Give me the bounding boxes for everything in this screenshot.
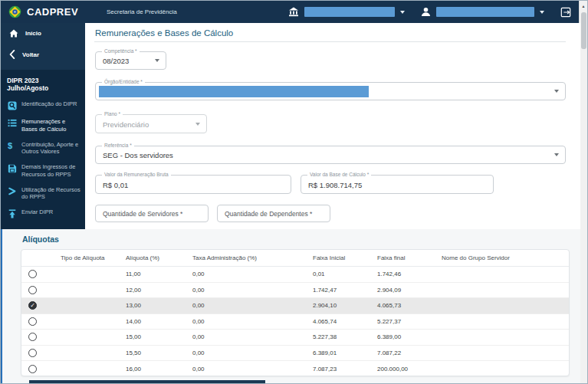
- home-icon: [9, 29, 18, 38]
- faixa-inicial-cell: 0,01: [308, 271, 373, 277]
- sidebar-item-label: Identificação do DIPR: [21, 100, 77, 108]
- sidebar: Início Voltar DIPR 2023 Julho/Agosto Ide…: [1, 23, 85, 229]
- sidebar-item-label: Enviar DIPR: [21, 208, 53, 216]
- quantidade-servidores-label: Quantidade de Servidores *: [103, 210, 182, 218]
- title-divider: [94, 41, 566, 42]
- sidebar-item-label: Remunerações e Bases de Cálculo: [21, 118, 82, 133]
- faixa-final-cell: 1.742,46: [373, 271, 437, 277]
- taxa-administracao-cell: 0,00: [188, 271, 308, 277]
- column-header: Alíquota (%): [121, 254, 188, 261]
- aliquota-row[interactable]: 16,00 0,00 7.087,23 200.000,00: [21, 361, 569, 376]
- faixa-inicial-cell: 6.389,01: [308, 350, 373, 356]
- aliquota-radio[interactable]: [28, 365, 37, 373]
- plano-label: Plano *: [102, 111, 123, 117]
- taxa-administracao-cell: 0,00: [188, 333, 308, 340]
- radio-cell: [21, 317, 56, 326]
- valor-base-calculo-label: Valor da Base de Cálculo *: [307, 172, 371, 177]
- radio-cell: [21, 349, 56, 357]
- sidebar-item-demais-ingressos[interactable]: Demais Ingressos de Recursos do RPPS: [1, 159, 85, 182]
- faixa-final-cell: 200.000,00: [373, 366, 437, 373]
- chevron-down-icon[interactable]: [540, 11, 544, 14]
- referencia-label: Referência *: [102, 143, 134, 148]
- referencia-value: SEG - Dos servidores: [103, 151, 173, 159]
- user-select[interactable]: [436, 7, 534, 17]
- sidebar-item-label: Voltar: [22, 51, 39, 58]
- page-title: Remunerações e Bases de Cálculo: [95, 28, 233, 38]
- brand-home-link[interactable]: CADPREV: [1, 5, 99, 18]
- valor-base-calculo-input[interactable]: Valor da Base de Cálculo * R$ 1.908.714,…: [301, 175, 494, 194]
- aliquota-cell: 14,00: [121, 318, 188, 325]
- aliquota-radio[interactable]: [28, 301, 37, 310]
- sidebar-item-enviar-dipr[interactable]: Enviar DIPR: [1, 205, 85, 222]
- valor-remuneracao-bruta-value: R$ 0,01: [103, 180, 128, 189]
- faixa-final-cell: 7.087,22: [373, 350, 437, 356]
- chevron-down-icon: [554, 90, 559, 93]
- sidebar-item-contribuicao[interactable]: $ Contribuição, Aporte e Outros Valores: [1, 137, 85, 160]
- sidebar-item-remuneracoes[interactable]: Remunerações e Bases de Cálculo: [1, 114, 85, 137]
- aliquota-radio[interactable]: [28, 286, 37, 294]
- aliquota-radio[interactable]: [28, 333, 37, 341]
- quantidade-servidores-input[interactable]: Quantidade de Servidores *: [95, 205, 209, 222]
- aliquota-row[interactable]: 15,50 0,00 6.389,01 7.087,22: [21, 346, 569, 362]
- aliquota-radio[interactable]: [28, 349, 37, 357]
- aliquota-row[interactable]: 11,00 0,00 0,01 1.742,46: [21, 267, 569, 283]
- quantidade-dependentes-input[interactable]: Quantidade de Dependentes *: [217, 205, 330, 222]
- plano-value: Previdenciário: [103, 120, 149, 128]
- valor-remuneracao-bruta-input[interactable]: Valor da Remuneração Bruta R$ 0,01: [95, 175, 291, 194]
- selected-text-highlight: [99, 86, 369, 97]
- sidebar-dipr-section: DIPR 2023 Julho/Agosto Identificação do …: [1, 70, 85, 229]
- aliquotas-title: Alíquotas: [22, 235, 59, 244]
- chevron-down-icon: [554, 153, 559, 156]
- aliquota-row[interactable]: 12,00 0,00 1.742,47 2.904,09: [21, 283, 569, 299]
- chevron-down-icon: [195, 123, 200, 126]
- taxa-administracao-cell: 0,00: [188, 350, 308, 356]
- aliquota-radio[interactable]: [28, 270, 37, 278]
- sidebar-item-identificacao-dipr[interactable]: Identificação do DIPR: [1, 97, 85, 114]
- aliquota-cell: 12,00: [121, 287, 188, 294]
- radio-cell: [21, 365, 56, 373]
- entity-select[interactable]: [304, 7, 395, 17]
- orgao-entidade-select[interactable]: Órgão/Entidade *: [95, 82, 566, 100]
- cadprev-app: CADPREV Secretaria de Previdência: [0, 0, 588, 384]
- faixa-final-cell: 6.389,00: [373, 333, 437, 340]
- document-id-icon: [8, 101, 17, 110]
- logout-icon[interactable]: [560, 7, 571, 18]
- sidebar-item-label: Contribuição, Aporte e Outros Valores: [21, 141, 82, 156]
- referencia-select[interactable]: Referência * SEG - Dos servidores: [95, 146, 566, 164]
- column-header: Tipo de Alíquota: [56, 254, 121, 261]
- aliquota-row[interactable]: 14,00 0,00 4.065,74 5.227,37: [21, 314, 569, 330]
- aliquota-row[interactable]: 15,00 0,00 5.227,38 6.389,00: [21, 330, 569, 346]
- competencia-select[interactable]: Competência * 08/2023: [95, 51, 166, 70]
- taxa-administracao-cell: 0,00: [188, 287, 308, 294]
- list-icon: [8, 119, 17, 127]
- scrollbar-thumb[interactable]: [581, 12, 586, 49]
- faixa-inicial-cell: 1.742,47: [308, 287, 373, 294]
- cutoff-bottom-element: [29, 380, 265, 383]
- aliquota-radio[interactable]: [28, 317, 37, 326]
- taxa-administracao-cell: 0,00: [188, 366, 308, 373]
- aliquotas-section: Alíquotas Tipo de Alíquota Alíquota (%) …: [1, 229, 580, 384]
- column-header: Taxa Administração (%): [188, 254, 308, 261]
- aliquota-cell: 15,00: [121, 333, 188, 340]
- header-controls: [288, 7, 580, 18]
- sidebar-item-voltar[interactable]: Voltar: [1, 44, 85, 65]
- arrow-right-icon: [8, 187, 17, 195]
- radio-cell: [21, 301, 56, 310]
- column-header: Faixa Inicial: [308, 254, 373, 261]
- aliquota-cell: 15,50: [121, 350, 188, 356]
- scroll-up-arrow-icon[interactable]: ▲: [580, 1, 587, 8]
- orgao-entidade-label: Órgão/Entidade *: [102, 79, 145, 84]
- sidebar-item-label: Utilização de Recursos do RPPS: [21, 186, 82, 202]
- app-subtitle: Secretaria de Previdência: [107, 8, 177, 15]
- dollar-icon: $: [8, 142, 17, 149]
- aliquotas-table: Tipo de Alíquota Alíquota (%) Taxa Admin…: [21, 249, 570, 376]
- sidebar-item-utilizacao[interactable]: Utilização de Recursos do RPPS: [1, 182, 85, 205]
- aliquota-row[interactable]: 13,00 0,00 2.904,10 4.065,73: [21, 298, 569, 314]
- sidebar-item-label: Demais Ingressos de Recursos do RPPS: [21, 163, 82, 179]
- sidebar-item-inicio[interactable]: Início: [1, 23, 85, 44]
- faixa-final-cell: 2.904,09: [373, 287, 437, 294]
- aliquotas-table-body: 11,00 0,00 0,01 1.742,46 12,00 0,00 1.74…: [21, 267, 569, 376]
- faixa-inicial-cell: 2.904,10: [308, 302, 373, 309]
- sidebar-item-label: Início: [25, 30, 41, 37]
- chevron-down-icon[interactable]: [400, 11, 405, 14]
